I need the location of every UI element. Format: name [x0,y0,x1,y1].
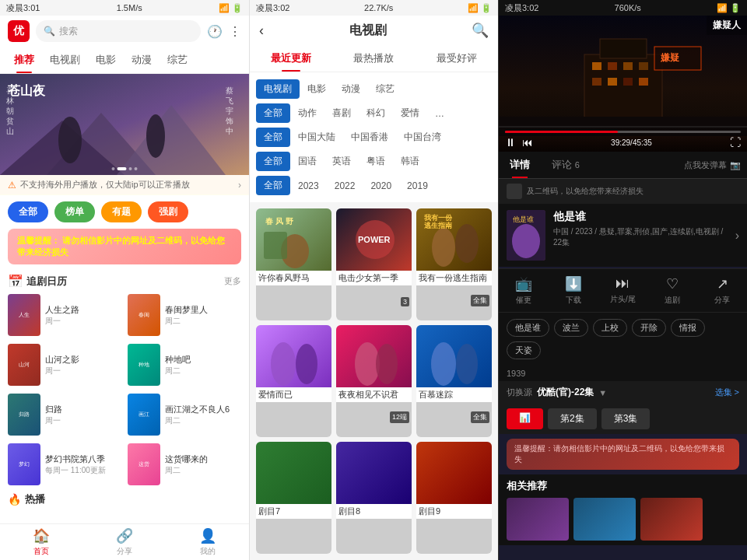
filter-anime[interactable]: 动漫 [334,79,368,99]
grid-item-4[interactable]: 爱情而已 [256,325,331,437]
drama-item-4[interactable]: 梦幻 梦幻书院第八季 每周一 11:00更新 [5,441,124,488]
search-box[interactable]: 🔍 搜索 [36,20,201,42]
filter-tw[interactable]: 中国台湾 [396,128,449,147]
tag-chip-3[interactable]: 开除 [632,319,666,337]
source-value[interactable]: 优酷(官)-22集 [537,386,594,399]
report-button[interactable]: 点我发弹幕 📷 [678,153,747,177]
filter-movie[interactable]: 电影 [300,79,334,99]
tab-rating[interactable]: 最受好评 [416,45,498,72]
history-icon[interactable]: 🕐 [207,24,223,39]
grid-item-1[interactable]: 春 风 野 许你春风野马 [256,208,331,320]
action-update[interactable]: 📺 催更 [499,269,549,312]
ep-2[interactable]: 第2集 [548,408,597,429]
nav-item-tv[interactable]: 电视剧 [42,47,88,73]
bar-chart-icon: 📊 [519,412,531,423]
action-skip[interactable]: ⏭ 片头/尾 [598,269,648,312]
home-banner[interactable]: 喜 林 朝 贫 山 蔡 飞 宇 饰 中 苍山夜 [0,74,249,175]
tab-recent[interactable]: 最近更新 [250,45,332,72]
filter-tv[interactable]: 电视剧 [256,79,300,99]
app-logo[interactable]: 优 [8,20,30,42]
action-share[interactable]: ↗ 分享 [697,269,747,312]
grid-ep-3: 全集 [471,295,489,306]
tab-detail[interactable]: 详情 [499,152,541,178]
bottom-nav-home[interactable]: 🏠 首页 [0,527,83,557]
grid-item-9[interactable]: 剧目9 [416,442,492,554]
drama-item-7[interactable]: 画江 画江湖之不良人6 周二 [124,391,244,438]
filter-scifi[interactable]: 科幻 [359,103,393,123]
filter-romance[interactable]: 爱情 [393,103,427,123]
panel-player: 凌晨3:02 760K/s 📶 🔋 [498,0,747,560]
tag-drama[interactable]: 强剧 [148,201,188,222]
tag-topic[interactable]: 有题 [101,201,142,222]
tag-chip-1[interactable]: 波兰 [554,319,588,337]
grid-title-9: 剧目9 [416,504,492,519]
video-progress[interactable] [505,131,741,133]
grid-item-8[interactable]: 剧目8 [336,442,412,554]
drama-item-5[interactable]: 春闺 春闺梦里人 周二 [124,292,244,338]
fullscreen-icon[interactable]: ⛶ [730,136,741,149]
filter-mainland[interactable]: 中国大陆 [290,128,343,147]
rewind-icon[interactable]: ⏮ [522,136,533,149]
grid-item-7[interactable]: 剧目7 [256,442,331,554]
back-button[interactable]: ‹ [259,23,264,39]
bottom-nav-share[interactable]: 🔗 分享 [83,527,167,557]
filter-action[interactable]: 动作 [290,103,324,123]
related-item-2[interactable] [573,498,636,541]
drama-item-6[interactable]: 种地 种地吧 周二 [124,341,244,388]
tag-chip-4[interactable]: 情报 [671,319,705,337]
ep-current[interactable]: 📊 [507,408,543,429]
notice-bar[interactable]: ⚠ 不支持海外用户播放，仅大陆ip可以正常播放 › [0,175,249,195]
grid-item-3[interactable]: 我有一份 逃生指南 全集 我有一份逃生指南 [416,208,492,320]
filter-2019[interactable]: 2019 [399,177,436,194]
drama-item-2[interactable]: 山河 山河之影 周一 [5,341,124,388]
tag-chip-2[interactable]: 上校 [593,319,627,337]
filter-variety[interactable]: 综艺 [368,79,402,99]
filter-korean[interactable]: 韩语 [393,152,427,171]
tag-all[interactable]: 全部 [8,201,48,222]
play-pause-icon[interactable]: ⏸ [505,136,516,149]
search-button[interactable]: 🔍 [472,22,489,39]
more-icon[interactable]: ⋮ [229,24,241,39]
drama-item-1[interactable]: 人生 人生之路 周一 [5,292,124,338]
tab-comment[interactable]: 评论 6 [541,152,591,178]
filter-english[interactable]: 英语 [324,152,359,171]
ep-3[interactable]: 第3集 [601,408,651,429]
filter-comedy[interactable]: 喜剧 [324,103,359,123]
filter-hk[interactable]: 中国香港 [343,128,396,147]
share-btn-icon: ↗ [717,275,728,292]
drama-more-link[interactable]: 更多 [224,275,241,287]
bottom-nav-profile[interactable]: 👤 我的 [166,527,249,557]
filter-2022[interactable]: 2022 [327,177,363,194]
filter-all-lang[interactable]: 全部 [256,152,290,171]
nav-item-movie[interactable]: 电影 [88,47,124,73]
filter-all-year[interactable]: 全部 [256,176,290,195]
nav-item-recommend[interactable]: 推荐 [6,47,42,73]
grid-item-6[interactable]: 全集 百慕迷踪 [416,325,492,437]
tag-rank[interactable]: 榜单 [54,201,95,222]
select-all-link[interactable]: 选集 > [715,387,739,398]
action-follow[interactable]: ♡ 追剧 [647,269,697,312]
show-info[interactable]: 他是谁 他是谁 中国 / 2023 / 悬疑,罪案,刑侦,国产,连续剧,电视剧 … [499,204,747,267]
filter-2023[interactable]: 2023 [290,177,327,194]
tag-chip-5[interactable]: 天姿 [507,341,541,359]
drama-item-8[interactable]: 这货 这货哪来的 周二 [124,441,244,488]
grid-item-2[interactable]: POWER 3 电击少女第一季 [336,208,412,320]
source-dropdown-icon[interactable]: ▼ [598,388,607,397]
filter-cantonese[interactable]: 粤语 [359,152,393,171]
filter-mandarin[interactable]: 国语 [290,152,324,171]
related-item-3[interactable] [640,498,703,541]
drama-item-3[interactable]: 归路 归路 周一 [5,391,124,438]
grid-item-5[interactable]: 12端 夜夜相见不识君 [336,325,412,437]
filter-all-region[interactable]: 全部 [256,128,290,147]
nav-item-variety[interactable]: 综艺 [160,47,195,73]
filter-more-genre[interactable]: … [427,105,452,122]
related-item-1[interactable] [507,498,569,541]
tab-hot[interactable]: 最热播放 [332,45,415,72]
action-download[interactable]: ⬇️ 下载 [549,269,598,312]
show-arrow-icon[interactable]: › [735,229,739,243]
nav-item-anime[interactable]: 动漫 [124,47,160,73]
tag-chip-0[interactable]: 他是谁 [507,319,549,337]
filter-all-genre[interactable]: 全部 [256,103,290,123]
video-player[interactable]: 嫌疑 嫌疑人 ⏸ ⏮ 39:29/45:35 ⛶ [499,16,747,152]
filter-2020[interactable]: 2020 [363,177,399,194]
